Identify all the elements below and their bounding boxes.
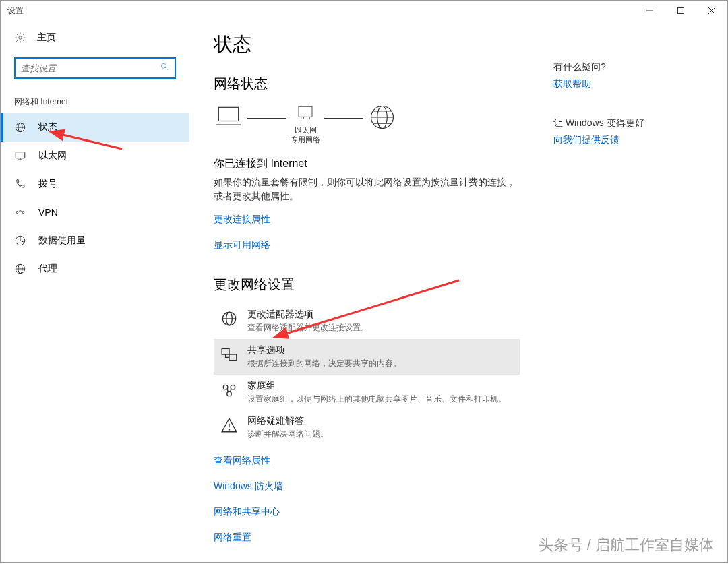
eth-sublabel: 专用网络 [291, 135, 320, 144]
link-show-available-networks[interactable]: 显示可用网络 [214, 239, 270, 251]
home-row[interactable]: 主页 [1, 28, 189, 48]
link-change-connection-properties[interactable]: 更改连接属性 [214, 214, 270, 226]
link-windows-firewall[interactable]: Windows 防火墙 [214, 480, 283, 493]
setting-desc: 设置家庭组，以便与网络上的其他电脑共享图片、音乐、文件和打印机。 [247, 394, 506, 405]
share-icon [220, 346, 238, 363]
nav-status[interactable]: 状态 [1, 113, 189, 142]
connected-heading: 你已连接到 Internet [214, 157, 520, 171]
search-input[interactable] [16, 63, 154, 73]
connection-line [247, 118, 286, 119]
svg-rect-29 [222, 348, 229, 354]
setting-title: 家庭组 [247, 380, 506, 392]
link-get-help[interactable]: 获取帮助 [553, 78, 591, 90]
setting-sharing-options[interactable]: 共享选项根据所连接到的网络，决定要共享的内容。 [214, 339, 520, 375]
sidebar-group-label: 网络和 Internet [1, 96, 189, 108]
setting-title: 更改适配器选项 [247, 309, 369, 321]
svg-point-13 [16, 212, 18, 214]
nav-dialup[interactable]: 拨号 [1, 170, 189, 198]
setting-title: 网络疑难解答 [247, 415, 328, 427]
svg-rect-20 [299, 106, 312, 117]
svg-rect-10 [16, 152, 25, 158]
improve-title: 让 Windows 变得更好 [553, 117, 702, 129]
ethernet-icon [14, 150, 26, 162]
nav-data-usage[interactable]: 数据使用量 [1, 226, 189, 255]
svg-point-14 [22, 212, 24, 214]
minimize-button[interactable] [634, 1, 665, 21]
gear-icon [14, 32, 26, 44]
svg-rect-19 [218, 107, 238, 121]
nav-vpn[interactable]: VPN [1, 198, 189, 226]
close-button[interactable] [696, 1, 727, 21]
link-network-reset[interactable]: 网络重置 [214, 532, 251, 544]
connection-line [324, 118, 363, 119]
data-icon [14, 234, 26, 247]
homegroup-icon [220, 381, 238, 399]
setting-troubleshoot[interactable]: 网络疑难解答诊断并解决网络问题。 [214, 410, 520, 445]
setting-desc: 根据所连接到的网络，决定要共享的内容。 [247, 358, 401, 369]
search-icon [154, 62, 175, 74]
eth-label: 以太网 [295, 126, 317, 134]
setting-desc: 查看网络适配器并更改连接设置。 [247, 322, 369, 334]
window-title: 设置 [7, 5, 24, 17]
nav-label: VPN [38, 207, 58, 218]
svg-rect-30 [229, 354, 237, 361]
svg-line-6 [166, 68, 168, 70]
network-diagram: 以太网专用网络 [214, 102, 520, 145]
adapter-icon [220, 310, 238, 327]
change-settings-heading: 更改网络设置 [214, 276, 520, 294]
ethernet-port-icon [295, 102, 315, 123]
aside-panel: 有什么疑问? 获取帮助 让 Windows 变得更好 向我们提供反馈 [547, 21, 722, 562]
link-feedback[interactable]: 向我们提供反馈 [553, 134, 619, 146]
search-box[interactable] [14, 57, 176, 79]
svg-point-5 [161, 63, 166, 68]
maximize-button[interactable] [665, 1, 696, 21]
link-network-properties[interactable]: 查看网络属性 [214, 455, 270, 467]
svg-point-4 [19, 36, 22, 40]
setting-homegroup[interactable]: 家庭组设置家庭组，以便与网络上的其他电脑共享图片、音乐、文件和打印机。 [214, 375, 520, 410]
link-network-sharing-center[interactable]: 网络和共享中心 [214, 506, 280, 518]
page-title: 状态 [214, 32, 520, 57]
phone-icon [14, 178, 26, 190]
nav-label: 数据使用量 [38, 234, 86, 247]
nav-label: 拨号 [38, 178, 57, 190]
home-label: 主页 [37, 32, 56, 44]
vpn-icon [14, 206, 26, 218]
nav-label: 以太网 [38, 150, 67, 162]
settings-window: 设置 主页 网络和 Internet 状态 以太网 [0, 0, 728, 563]
connected-description: 如果你的流量套餐有限制，则你可以将此网络设置为按流量计费的连接，或者更改其他属性… [214, 175, 520, 204]
svg-point-33 [227, 391, 232, 396]
nav-label: 状态 [38, 121, 57, 133]
setting-adapter-options[interactable]: 更改适配器选项查看网络适配器并更改连接设置。 [214, 303, 520, 339]
setting-desc: 诊断并解决网络问题。 [247, 429, 328, 440]
help-title: 有什么疑问? [553, 61, 702, 73]
svg-point-35 [229, 429, 229, 430]
laptop-icon [214, 102, 243, 132]
proxy-icon [14, 263, 26, 275]
warning-icon [220, 416, 238, 434]
network-status-heading: 网络状态 [214, 75, 520, 93]
watermark: 头条号 / 启航工作室自媒体 [539, 535, 714, 555]
titlebar: 设置 [1, 1, 727, 21]
globe-icon [367, 102, 397, 132]
sidebar: 主页 网络和 Internet 状态 以太网 拨号 VPN [1, 21, 189, 562]
nav-proxy[interactable]: 代理 [1, 255, 189, 283]
svg-rect-1 [678, 8, 684, 14]
setting-title: 共享选项 [247, 344, 401, 356]
main-panel: 状态 网络状态 以太网专用网络 你已连接到 Internet [189, 21, 547, 562]
globe-icon [14, 121, 26, 133]
nav-ethernet[interactable]: 以太网 [1, 142, 189, 170]
nav-label: 代理 [38, 263, 57, 275]
